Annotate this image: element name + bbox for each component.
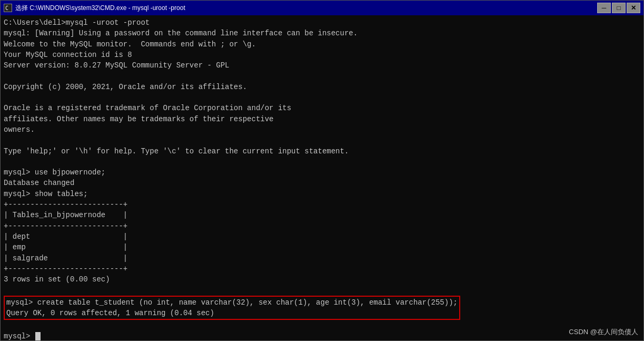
terminal-window: C 选择 C:\WINDOWS\system32\CMD.exe - mysql… <box>0 0 644 341</box>
title-bar: C 选择 C:\WINDOWS\system32\CMD.exe - mysql… <box>1 1 643 15</box>
terminal-body[interactable]: C:\Users\dell>mysql -uroot -proot mysql:… <box>1 15 643 340</box>
line-18: +--------------------------+ <box>4 199 640 210</box>
line-13: Type 'help;' or '\h' for help. Type '\c'… <box>4 146 640 157</box>
line-10: affiliates. Other names may be trademark… <box>4 114 640 124</box>
line-21: | dept | <box>4 231 640 242</box>
line-7: Copyright (c) 2000, 2021, Oracle and/or … <box>4 82 640 92</box>
line-27 <box>4 320 640 330</box>
highlighted-line-2: Query OK, 0 rows affected, 1 warning (0.… <box>6 308 458 318</box>
line-1: C:\Users\dell>mysql -uroot -proot <box>4 17 640 28</box>
line-16: Database changed <box>4 178 640 188</box>
window-controls: ─ □ ✕ <box>597 3 640 13</box>
highlighted-line-1: mysql> create table t_student (no int, n… <box>6 297 458 308</box>
svg-text:C: C <box>5 5 8 11</box>
cmd-icon: C <box>4 4 12 12</box>
line-15: mysql> use bjpowernode; <box>4 167 640 178</box>
line-14 <box>4 157 640 167</box>
line-4: Your MySQL connection id is 8 <box>4 50 640 60</box>
line-12 <box>4 135 640 145</box>
line-28-prompt: mysql> <box>4 331 640 340</box>
watermark: CSDN @在人间负债人 <box>569 327 638 337</box>
line-6 <box>4 71 640 81</box>
line-3: Welcome to the MySQL monitor. Commands e… <box>4 39 640 50</box>
line-25: 3 rows in set (0.00 sec) <box>4 274 640 285</box>
highlighted-command-block: mysql> create table t_student (no int, n… <box>4 296 460 320</box>
line-11: owners. <box>4 124 640 135</box>
minimize-button[interactable]: ─ <box>597 3 611 13</box>
cursor <box>35 332 41 340</box>
line-23: | salgrade | <box>4 253 640 264</box>
line-5: Server version: 8.0.27 MySQL Community S… <box>4 60 640 71</box>
close-button[interactable]: ✕ <box>627 3 640 13</box>
title-bar-left: C 选择 C:\WINDOWS\system32\CMD.exe - mysql… <box>4 4 185 13</box>
line-9: Oracle is a registered trademark of Orac… <box>4 103 640 113</box>
line-8 <box>4 92 640 103</box>
line-22: | emp | <box>4 242 640 252</box>
line-19: | Tables_in_bjpowernode | <box>4 210 640 220</box>
maximize-button[interactable]: □ <box>612 3 626 13</box>
line-20: +--------------------------+ <box>4 221 640 231</box>
line-2: mysql: [Warning] Using a password on the… <box>4 28 640 38</box>
line-26 <box>4 285 640 295</box>
window-title: 选择 C:\WINDOWS\system32\CMD.exe - mysql -… <box>15 4 185 13</box>
line-24: +--------------------------+ <box>4 264 640 274</box>
line-17: mysql> show tables; <box>4 189 640 199</box>
